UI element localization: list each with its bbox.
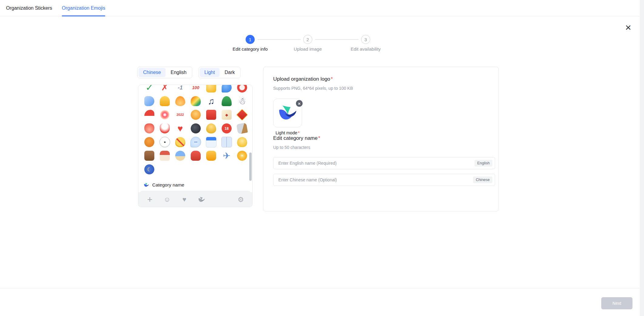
- emoji-musical-notes[interactable]: ♫: [203, 94, 219, 108]
- tab-bar: Organization Stickers Organization Emoji…: [0, 0, 640, 16]
- emoji-open-book[interactable]: [219, 135, 234, 149]
- tab-organization-emojis[interactable]: Organization Emojis: [62, 0, 105, 16]
- step-2-label: Upload image: [274, 46, 341, 52]
- step-connector-2: [315, 39, 359, 40]
- emoji-toolbar: + ☺ ♥ ⚙: [138, 192, 252, 207]
- emoji-speech-bubble[interactable]: •••: [188, 135, 203, 149]
- emoji-light-bulb[interactable]: [234, 135, 250, 149]
- emoji-house[interactable]: [157, 149, 173, 163]
- organization-logo-image: [278, 103, 298, 123]
- language-toggle: Chinese English: [137, 67, 192, 78]
- step-2-circle: 2: [303, 35, 312, 44]
- scrollbar-thumb[interactable]: [249, 153, 252, 181]
- next-button[interactable]: Next: [601, 297, 632, 309]
- add-category-icon[interactable]: +: [146, 196, 153, 203]
- english-name-input[interactable]: [278, 160, 471, 166]
- emoji-fu-character-diamond[interactable]: [234, 108, 250, 122]
- step-1-circle: 1: [246, 35, 255, 44]
- emoji-santa-hat[interactable]: [142, 108, 157, 122]
- close-icon[interactable]: ×: [622, 21, 635, 34]
- tab-organization-stickers[interactable]: Organization Stickers: [6, 0, 52, 16]
- category-name-label: Category name: [152, 182, 184, 188]
- emoji-beach-umbrella[interactable]: [173, 149, 188, 163]
- language-option-chinese[interactable]: Chinese: [139, 68, 166, 77]
- emoji-bomb[interactable]: [188, 122, 203, 135]
- emoji-alarm-clock[interactable]: [234, 85, 250, 94]
- emoji-bus[interactable]: [203, 149, 219, 163]
- language-option-english[interactable]: English: [166, 68, 191, 77]
- emoji-snowman[interactable]: ☃: [234, 94, 250, 108]
- upload-logo-hint: Supports PNG, 64*64 pixels, up to 100 KB: [273, 86, 489, 91]
- emoji-year-2022-balloon[interactable]: 2022: [173, 108, 188, 122]
- theme-option-light[interactable]: Light: [200, 68, 220, 77]
- required-mark: *: [331, 76, 333, 82]
- emoji-red-envelope[interactable]: [203, 108, 219, 122]
- emoji-megaphone[interactable]: [142, 94, 157, 108]
- bird-logo-icon[interactable]: [198, 196, 205, 203]
- emoji-broken-heart[interactable]: ♥: [173, 122, 188, 135]
- chinese-badge: Chinese: [473, 176, 492, 183]
- step-connector-1: [257, 39, 301, 40]
- emoji-christmas-tree[interactable]: [219, 94, 234, 108]
- chinese-name-input[interactable]: [278, 177, 470, 183]
- emoji-rainbow[interactable]: [188, 94, 203, 108]
- emoji-smiling-sun[interactable]: ☀: [234, 149, 250, 163]
- emoji-moon-goodnight[interactable]: ☾: [142, 163, 157, 176]
- emoji-firecrackers[interactable]: [142, 122, 157, 135]
- emoji-airplane[interactable]: ✈: [219, 149, 234, 163]
- chinese-name-row: Chinese: [273, 174, 495, 186]
- edit-category-card: Upload organization logo* Supports PNG, …: [263, 67, 499, 211]
- emoji-trophy[interactable]: [157, 94, 173, 108]
- category-name-title: Edit category name*: [273, 135, 489, 141]
- emoji-cross-mark[interactable]: ✗: [157, 85, 173, 94]
- page-scrollbar-track: [640, 0, 644, 316]
- emoji-no-under-18[interactable]: 18: [219, 122, 234, 135]
- emoji-mahjong-tile[interactable]: ◆: [219, 108, 234, 122]
- emoji-hundred-points[interactable]: 100: [188, 85, 203, 94]
- emoji-golden-poop[interactable]: [203, 122, 219, 135]
- emoji-list: ✓✗-1100♫☃2022◆♥18●•••✈☀☾ Category name: [138, 85, 252, 192]
- organization-emoji-admin-page: Organization Stickers Organization Emoji…: [0, 0, 644, 316]
- emoji-preview-panel: ✓✗-1100♫☃2022◆♥18●•••✈☀☾ Category name +…: [138, 85, 253, 207]
- emoji-red-car[interactable]: [188, 149, 203, 163]
- emoji-tiger[interactable]: [188, 108, 203, 122]
- heart-icon[interactable]: ♥: [181, 196, 188, 203]
- logo-preview-block: × Light mode*: [273, 99, 302, 135]
- logo-preview[interactable]: ×: [273, 99, 302, 127]
- emoji-basketball[interactable]: [142, 135, 157, 149]
- emoji-bell-muted[interactable]: [173, 135, 188, 149]
- english-badge: English: [475, 160, 492, 166]
- light-mode-label: Light mode*: [273, 130, 302, 135]
- gear-icon[interactable]: ⚙: [237, 196, 244, 203]
- category-list-item[interactable]: Category name: [144, 181, 184, 189]
- emoji-pushpin[interactable]: [219, 85, 234, 94]
- emoji-check-mark[interactable]: ✓: [142, 85, 157, 94]
- theme-toggle: Light Dark: [199, 67, 240, 78]
- step-1-label: Edit category info: [217, 46, 283, 52]
- english-name-row: English: [273, 157, 495, 169]
- emoji-gold-nian-character[interactable]: [203, 85, 219, 94]
- emoji-fire[interactable]: [173, 94, 188, 108]
- emoji-tangyuan-bowl[interactable]: [157, 122, 173, 135]
- required-mark: *: [318, 135, 320, 141]
- step-3-label: Edit availability: [332, 46, 399, 52]
- emoji-luggage[interactable]: [142, 149, 157, 163]
- emoji-fireworks[interactable]: [157, 108, 173, 122]
- upload-logo-title: Upload organization logo*: [273, 76, 489, 82]
- emoji-soccer-ball[interactable]: ●: [157, 135, 173, 149]
- emoji-calendar[interactable]: [203, 135, 219, 149]
- emoji-minus-one[interactable]: -1: [173, 85, 188, 94]
- step-3-circle: 3: [361, 35, 370, 44]
- theme-option-dark[interactable]: Dark: [220, 68, 240, 77]
- smiley-icon[interactable]: ☺: [163, 196, 171, 203]
- remove-logo-icon[interactable]: ×: [296, 100, 303, 107]
- category-name-hint: Up to 50 characters: [273, 145, 489, 150]
- category-logo-icon: [144, 182, 149, 188]
- emoji-kitchen-cleaver[interactable]: [234, 122, 250, 135]
- emoji-grid: ✓✗-1100♫☃2022◆♥18●•••✈☀☾: [142, 85, 250, 176]
- footer-divider: [0, 288, 640, 288]
